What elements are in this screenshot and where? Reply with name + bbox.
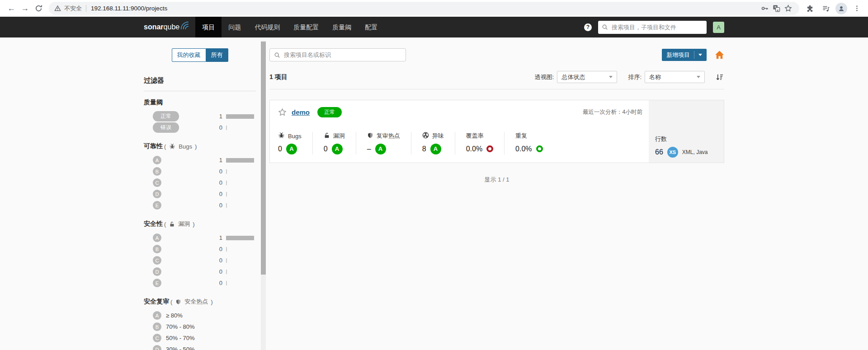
pagination-status: 显示 1 / 1 (269, 176, 724, 184)
browser-profile-avatar[interactable] (835, 3, 847, 14)
facet-row-reliability-c[interactable]: C 0 (144, 177, 256, 188)
rating-badge: D (153, 190, 161, 198)
favorites-toggle: 我的收藏 所有 (144, 48, 256, 62)
my-favorites-button[interactable]: 我的收藏 (172, 48, 206, 62)
sort-select[interactable]: 名称 (645, 71, 705, 83)
scrollbar-thumb[interactable] (261, 42, 266, 275)
tab-quality-profiles[interactable]: 质量配置 (287, 17, 326, 37)
facet-bar (226, 192, 256, 196)
rating-badge: B (153, 245, 161, 253)
hotspot-shield-icon (175, 299, 181, 305)
tab-administration[interactable]: 配置 (358, 17, 384, 37)
rating-badge: D (153, 345, 161, 350)
password-key-icon[interactable] (759, 3, 770, 14)
facet-bar (226, 181, 256, 185)
project-search[interactable] (269, 48, 406, 61)
facet-bar (226, 169, 256, 174)
tab-projects[interactable]: 项目 (195, 17, 222, 37)
chevron-down-icon (698, 54, 702, 56)
filters-title: 过滤器 (144, 76, 256, 91)
facet-bar (226, 114, 256, 119)
home-icon[interactable] (715, 50, 724, 60)
vulnerability-lock-icon (169, 221, 175, 227)
facet-bar (226, 247, 256, 252)
facet-row-review-a[interactable]: A ≥ 80% (144, 310, 256, 321)
tab-rules[interactable]: 代码规则 (248, 17, 287, 37)
url-bar[interactable]: 不安全 192.168.11.11:9000/projects (49, 2, 799, 15)
bug-icon (278, 132, 285, 140)
rating-badge: A (153, 156, 161, 164)
facet-row-review-b[interactable]: B 70% - 80% (144, 321, 256, 332)
project-name-link[interactable]: demo (292, 108, 310, 116)
facet-security-review-title: 安全复审 (144, 298, 169, 306)
rating-badge: A (286, 144, 297, 154)
omnibox-divider (86, 5, 86, 12)
projects-main: 新增项目 1 项目 透视图: 总体状态 (269, 37, 724, 350)
facet-row-qg-passed[interactable]: 正常 1 (144, 111, 256, 122)
extensions-puzzle-icon[interactable] (803, 2, 816, 15)
sidebar-scrollbar[interactable] (261, 41, 266, 350)
browser-menu-icon[interactable] (850, 2, 863, 15)
project-card: demo 正常 最近一次分析：4小时前 (269, 100, 724, 163)
new-project-button[interactable]: 新增项目 (662, 49, 707, 61)
facet-row-security-b[interactable]: B 0 (144, 243, 256, 255)
size-rating-badge: XS (667, 147, 678, 158)
project-search-input[interactable] (283, 51, 401, 59)
url-text: 192.168.11.11:9000/projects (91, 5, 167, 12)
facet-row-reliability-d[interactable]: D 0 (144, 188, 256, 200)
back-icon[interactable]: ← (5, 2, 18, 15)
sort-order-icon[interactable] (716, 73, 723, 81)
filters-sidebar: 我的收藏 所有 过滤器 质量阈 正常 1 错误 0 (144, 37, 269, 350)
facet-row-review-c[interactable]: C 50% - 70% (144, 332, 256, 344)
facet-bar (226, 270, 256, 274)
facet-quality-gate-title: 质量阈 (144, 98, 256, 107)
measure-code-smells: 异味 8 A (411, 132, 455, 154)
status-badge: 错误 (153, 122, 179, 133)
security-label: 不安全 (64, 5, 82, 13)
rating-badge: A (153, 233, 161, 242)
search-icon (602, 24, 608, 30)
vulnerability-lock-icon (324, 132, 330, 140)
facet-row-security-d[interactable]: D 0 (144, 266, 256, 277)
help-icon[interactable]: ? (584, 23, 592, 31)
tab-issues[interactable]: 问题 (222, 17, 248, 37)
sonarqube-logo[interactable]: sonarqube (144, 23, 189, 31)
bookmark-star-icon[interactable] (782, 3, 794, 14)
warning-icon (54, 5, 61, 12)
facet-row-security-e[interactable]: E 0 (144, 277, 256, 289)
app-navbar: sonarqube 项目 问题 代码规则 质量配置 质量阈 配置 ? A (0, 17, 868, 37)
measure-bugs: Bugs 0 A (278, 132, 313, 154)
status-badge: 正常 (153, 111, 179, 121)
facet-row-security-a[interactable]: A 1 (144, 232, 256, 243)
facet-row-qg-failed[interactable]: 错误 0 (144, 122, 256, 133)
facet-row-security-c[interactable]: C 0 (144, 255, 256, 266)
facet-row-reliability-e[interactable]: E 0 (144, 200, 256, 211)
code-smell-icon (422, 132, 429, 140)
user-avatar[interactable]: A (713, 22, 724, 33)
facet-bar (226, 258, 256, 263)
facet-row-review-d[interactable]: D 30% - 50% (144, 344, 256, 350)
facet-row-reliability-a[interactable]: A 1 (144, 154, 256, 166)
playlist-extension-icon[interactable] (819, 2, 833, 15)
facet-row-reliability-b[interactable]: B 0 (144, 166, 256, 177)
rating-badge: C (153, 334, 161, 342)
global-search-input[interactable] (611, 23, 703, 31)
reload-icon[interactable] (32, 2, 45, 15)
rating-badge: C (153, 178, 161, 187)
facet-reliability-title: 可靠性 (144, 142, 163, 150)
translate-icon[interactable] (770, 3, 782, 14)
favorite-star-icon[interactable] (278, 108, 287, 117)
all-projects-button[interactable]: 所有 (206, 48, 228, 62)
perspective-select[interactable]: 总体状态 (557, 71, 617, 83)
rating-badge: E (153, 201, 161, 210)
tab-quality-gates[interactable]: 质量阈 (326, 17, 358, 37)
browser-toolbar: ← → 不安全 192.168.11.11:9000/projects (0, 0, 868, 17)
forward-icon[interactable]: → (18, 2, 32, 15)
quality-gate-status-badge: 正常 (317, 107, 342, 117)
facet-bar (226, 126, 256, 130)
duplication-ring-icon (536, 145, 543, 152)
global-search[interactable] (598, 21, 707, 34)
rating-badge: A (375, 144, 386, 154)
hotspot-shield-icon (367, 132, 373, 140)
rating-badge: B (153, 322, 161, 331)
